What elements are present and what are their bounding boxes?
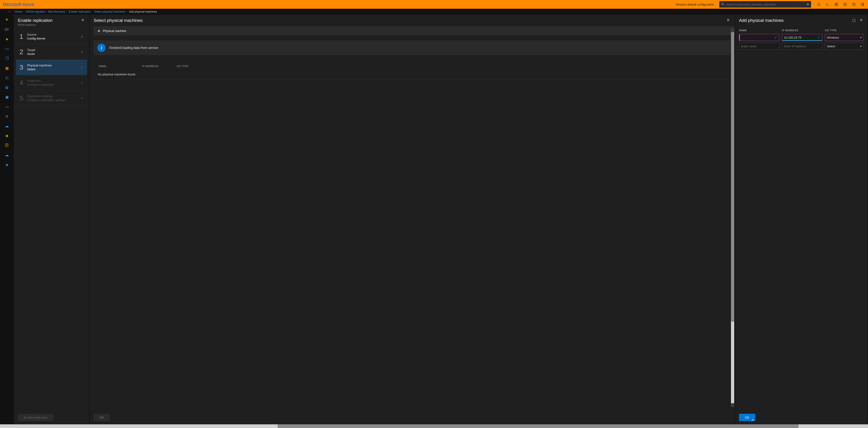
- monitor-icon[interactable]: ▭: [4, 104, 10, 109]
- svg-point-14: [5, 28, 5, 29]
- os-type-select-new[interactable]: Select ▾: [825, 43, 864, 50]
- breadcrumb-item-1[interactable]: W2K8-migration - Site Recovery: [26, 10, 65, 13]
- step-replication-settings[interactable]: 5 Replication settings Configure replica…: [16, 90, 87, 106]
- chevron-down-icon: ▾: [860, 36, 862, 39]
- sql-databases-icon[interactable]: ◘: [4, 113, 10, 119]
- vertical-scrollbar[interactable]: [731, 28, 734, 407]
- step-source[interactable]: 1 Source Config-Server ✓: [16, 29, 87, 44]
- step-value: Azure: [27, 52, 76, 56]
- add-physical-machine-label: Physical machine: [103, 29, 126, 33]
- close-blade-icon[interactable]: ✕: [80, 18, 85, 22]
- step-value: Config-Server: [27, 37, 76, 40]
- breadcrumb-item-3[interactable]: Select physical machines: [94, 10, 125, 13]
- name-input[interactable]: ✓: [739, 34, 779, 41]
- horizontal-scrollbar[interactable]: [0, 424, 868, 428]
- step-value: Configure properties: [27, 83, 76, 86]
- machine-table-header: NAME IP ADDRESS OS TYPE: [90, 62, 735, 69]
- name-input-new[interactable]: [739, 43, 779, 50]
- svg-point-4: [843, 3, 847, 6]
- restore-default-config-link[interactable]: Restore default configuration: [674, 3, 716, 6]
- breadcrumb-home[interactable]: Home: [15, 10, 22, 13]
- svg-point-6: [845, 4, 846, 4]
- favorites-icon[interactable]: ★: [4, 36, 10, 42]
- scroll-thumb[interactable]: [731, 32, 734, 322]
- recent-icon[interactable]: ◴: [4, 75, 10, 80]
- blade-title: Add physical machines: [739, 18, 849, 23]
- blade-enable-replication: Enable replication W2K8-migration ✕ 1 So…: [14, 15, 90, 424]
- enable-replication-button[interactable]: Enable replication: [18, 414, 54, 421]
- scroll-down-icon[interactable]: [731, 403, 734, 407]
- ok-button[interactable]: OK: [94, 414, 110, 421]
- step-number: 4: [19, 79, 24, 87]
- plus-icon: ＋: [97, 28, 101, 33]
- cloud-shell-icon[interactable]: [824, 0, 832, 9]
- ok-button[interactable]: OK: [739, 414, 755, 421]
- help-icon[interactable]: [850, 0, 858, 9]
- breadcrumb-current: Add physical machines: [129, 10, 157, 13]
- svg-point-15: [5, 29, 5, 30]
- search-icon: [721, 2, 724, 6]
- os-value: Windows: [827, 36, 839, 39]
- virtual-machines-icon[interactable]: ▣: [4, 94, 10, 100]
- name-field[interactable]: [741, 45, 777, 48]
- valid-check-icon: ✓: [817, 36, 820, 39]
- step-properties[interactable]: 4 Properties Configure properties ›: [16, 75, 87, 90]
- col-name: NAME: [99, 65, 142, 67]
- chevron-right-icon: ›: [127, 10, 128, 13]
- dashboard-icon[interactable]: ▭: [4, 46, 10, 52]
- network-icon[interactable]: ◍: [4, 85, 10, 90]
- step-value: Configure replication settings: [27, 98, 76, 102]
- ip-input-new[interactable]: [782, 43, 822, 50]
- blades-container: Enable replication W2K8-migration ✕ 1 So…: [14, 15, 868, 424]
- close-blade-icon[interactable]: ✕: [725, 18, 731, 22]
- os-type-select[interactable]: Windows ▾: [825, 34, 864, 41]
- chevron-right-icon: ›: [80, 81, 84, 85]
- clear-search-icon[interactable]: ✕: [806, 2, 809, 6]
- chevron-right-icon: ›: [66, 10, 67, 13]
- svg-point-0: [721, 3, 723, 5]
- security-center-icon[interactable]: ◆: [4, 133, 10, 138]
- ip-input[interactable]: 10.150.24.70 ✓: [782, 34, 822, 41]
- info-banner-text: Finished loading data from service: [109, 46, 158, 50]
- directory-filter-icon[interactable]: [858, 0, 867, 9]
- storage-icon[interactable]: ☁: [4, 152, 10, 158]
- left-nav-rail: + ★ ▭ ❒ ▦ ◴ ◍ ▣ ▭ ◘ ☁ ◆ ⚿ ☁ ◈: [0, 15, 14, 424]
- step-label: Target: [27, 48, 76, 52]
- chevron-right-icon: ›: [80, 96, 84, 100]
- add-machine-grid-header: NAME IP ADDRESS OS TYPE: [735, 25, 868, 34]
- machine-row-new: Select ▾: [735, 43, 868, 52]
- valid-check-icon: ✓: [774, 36, 777, 39]
- close-blade-icon[interactable]: ✕: [859, 18, 864, 22]
- azure-ad-icon[interactable]: ◈: [4, 162, 10, 167]
- col-name: NAME: [739, 29, 779, 32]
- resource-groups-icon[interactable]: ❒: [4, 56, 10, 61]
- create-resource-icon[interactable]: +: [4, 17, 10, 23]
- top-icon-bar: [815, 0, 867, 9]
- step-target[interactable]: 2 Target Azure ✓: [16, 44, 87, 60]
- ip-field[interactable]: [784, 45, 820, 48]
- cloud-icon[interactable]: ☁: [4, 123, 10, 129]
- breadcrumb-bar: » Home › W2K8-migration - Site Recovery …: [0, 9, 868, 15]
- all-services-icon[interactable]: [4, 27, 10, 32]
- svg-point-16: [5, 30, 5, 31]
- step-physical-machines[interactable]: 3 Physical machines Select ›: [16, 60, 87, 75]
- scroll-thumb[interactable]: [278, 424, 799, 428]
- global-search[interactable]: ✕: [719, 1, 811, 7]
- col-ip: IP ADDRESS: [782, 29, 822, 32]
- feedback-smile-icon[interactable]: [841, 0, 849, 9]
- global-search-input[interactable]: [726, 3, 805, 6]
- breadcrumb-expand-icon[interactable]: »: [9, 10, 10, 13]
- add-physical-machine-button[interactable]: ＋ Physical machine: [94, 26, 735, 35]
- step-value: Select: [27, 67, 76, 71]
- scroll-up-icon[interactable]: [731, 28, 734, 32]
- ip-value: 10.150.24.70: [784, 36, 801, 39]
- key-vaults-icon[interactable]: ⚿: [4, 142, 10, 148]
- step-number: 2: [19, 48, 24, 56]
- settings-gear-icon[interactable]: [832, 0, 840, 9]
- app-services-icon[interactable]: ▦: [4, 65, 10, 71]
- maximize-blade-icon[interactable]: ▢: [851, 18, 856, 22]
- breadcrumb-item-2[interactable]: Enable replication: [69, 10, 90, 13]
- chevron-right-icon: ›: [80, 65, 84, 69]
- step-label: Physical machines: [27, 64, 76, 67]
- notifications-icon[interactable]: [815, 0, 823, 9]
